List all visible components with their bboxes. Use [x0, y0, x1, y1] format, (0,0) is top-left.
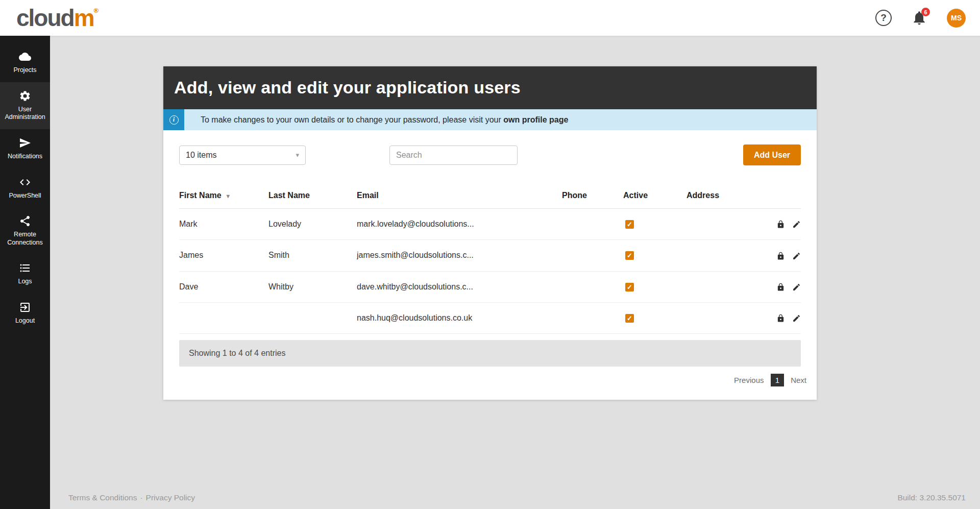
pagination: Previous 1 Next	[174, 374, 806, 400]
own-profile-page-link[interactable]: own profile page	[503, 115, 568, 125]
footer-links: Terms & Conditions·Privacy Policy	[68, 493, 195, 502]
sidebar-item-remote-connections[interactable]: Remote Connections	[0, 207, 50, 254]
edit-icon[interactable]	[792, 220, 801, 229]
info-icon: i	[169, 115, 179, 125]
cell-first-name: Mark	[179, 209, 268, 240]
cell-phone	[562, 302, 623, 333]
table-row: nash.huq@cloudsolutions.co.uk ✓	[179, 302, 801, 333]
sidebar-item-label: Logout	[2, 317, 48, 325]
logo-text-cloud: cloud	[16, 5, 74, 31]
lock-icon[interactable]	[776, 282, 785, 292]
code-icon	[2, 176, 48, 189]
topbar: cloudm® ? 6 MS	[0, 0, 980, 36]
cell-actions	[765, 302, 801, 333]
lock-icon[interactable]	[776, 313, 785, 323]
previous-page-link[interactable]: Previous	[734, 376, 764, 384]
users-card: Add, view and edit your application user…	[163, 66, 817, 400]
card-header: Add, view and edit your application user…	[163, 66, 817, 109]
list-icon	[2, 262, 48, 275]
info-icon-box: i	[163, 109, 184, 130]
cell-first-name: Dave	[179, 271, 268, 302]
cell-address	[687, 302, 765, 333]
header-address: Address	[687, 184, 765, 209]
active-checkbox[interactable]: ✓	[625, 251, 634, 260]
header-last-name: Last Name	[268, 184, 357, 209]
cell-email: james.smith@cloudsolutions.c...	[357, 240, 562, 271]
sidebar-item-user-administration[interactable]: User Administration	[0, 82, 50, 129]
table-header-row: First Name▾ Last Name Email Phone Active…	[179, 184, 801, 209]
sidebar-item-label: PowerShell	[2, 192, 48, 200]
cell-active: ✓	[623, 240, 687, 271]
chevron-down-icon: ▾	[296, 151, 299, 159]
lock-icon[interactable]	[776, 220, 785, 229]
cell-phone	[562, 271, 623, 302]
logout-icon	[2, 301, 48, 314]
header-label: First Name	[179, 191, 222, 200]
sidebar-item-logout[interactable]: Logout	[0, 294, 50, 333]
info-banner: i To make changes to your own details or…	[163, 109, 817, 130]
notifications-bell-icon[interactable]: 6	[911, 10, 927, 26]
cell-actions	[765, 271, 801, 302]
cell-first-name	[179, 302, 268, 333]
cell-address	[687, 209, 765, 240]
cell-last-name	[268, 302, 357, 333]
gear-icon	[2, 90, 48, 103]
cloud-icon	[2, 51, 48, 64]
active-checkbox[interactable]: ✓	[625, 283, 634, 292]
cell-last-name: Smith	[268, 240, 357, 271]
cell-actions	[765, 209, 801, 240]
header-first-name: First Name▾	[179, 184, 268, 209]
sidebar-item-label: Notifications	[2, 153, 48, 161]
sidebar-nav: Projects User Administration Notificatio…	[0, 36, 50, 509]
items-per-page-dropdown[interactable]: 10 items ▾	[179, 146, 306, 165]
cloudm-logo: cloudm®	[16, 6, 99, 30]
active-checkbox[interactable]: ✓	[625, 220, 634, 229]
entries-summary: Showing 1 to 4 of 4 entries	[179, 340, 801, 367]
active-checkbox[interactable]: ✓	[625, 314, 634, 323]
cell-last-name: Whitby	[268, 271, 357, 302]
edit-icon[interactable]	[792, 251, 801, 260]
users-table: First Name▾ Last Name Email Phone Active…	[179, 184, 801, 334]
cell-phone	[562, 240, 623, 271]
header-active: Active	[623, 184, 687, 209]
cell-phone	[562, 209, 623, 240]
search-input[interactable]	[389, 146, 518, 165]
sidebar-item-label: Projects	[2, 66, 48, 75]
sidebar-item-powershell[interactable]: PowerShell	[0, 168, 50, 208]
user-avatar[interactable]: MS	[947, 9, 966, 28]
header-phone: Phone	[562, 184, 623, 209]
sidebar-item-notifications[interactable]: Notifications	[0, 129, 50, 168]
header-email: Email	[357, 184, 562, 209]
lock-icon[interactable]	[776, 251, 785, 260]
cell-active: ✓	[623, 271, 687, 302]
page-title: Add, view and edit your application user…	[174, 78, 806, 98]
add-user-button[interactable]: Add User	[743, 144, 801, 165]
privacy-link[interactable]: Privacy Policy	[146, 493, 195, 502]
next-page-link[interactable]: Next	[791, 376, 806, 384]
current-page-indicator[interactable]: 1	[771, 374, 784, 386]
sort-arrow-icon[interactable]: ▾	[227, 192, 230, 200]
edit-icon[interactable]	[792, 313, 801, 323]
cell-address	[687, 271, 765, 302]
notification-count-badge: 6	[921, 8, 930, 16]
terms-link[interactable]: Terms & Conditions	[68, 493, 137, 502]
cell-email: dave.whitby@cloudsolutions.c...	[357, 271, 562, 302]
cell-active: ✓	[623, 302, 687, 333]
table-row: James Smith james.smith@cloudsolutions.c…	[179, 240, 801, 271]
items-per-page-value: 10 items	[186, 151, 216, 160]
header-actions	[765, 184, 801, 209]
main-content: Add, view and edit your application user…	[50, 36, 980, 509]
sidebar-item-projects[interactable]: Projects	[0, 43, 50, 82]
page-footer: Terms & Conditions·Privacy Policy Build:…	[68, 493, 966, 502]
table-row: Dave Whitby dave.whitby@cloudsolutions.c…	[179, 271, 801, 302]
table-controls: 10 items ▾ Add User	[163, 130, 817, 177]
logo-registered-mark: ®	[94, 7, 99, 14]
edit-icon[interactable]	[792, 282, 801, 292]
sidebar-item-logs[interactable]: Logs	[0, 254, 50, 294]
help-icon[interactable]: ?	[875, 10, 892, 26]
topbar-actions: ? 6 MS	[875, 9, 966, 28]
info-banner-text: To make changes to your own details or t…	[184, 109, 578, 130]
cell-email: mark.lovelady@cloudsolutions...	[357, 209, 562, 240]
info-banner-message: To make changes to your own details or t…	[201, 115, 501, 125]
send-icon	[2, 137, 48, 150]
